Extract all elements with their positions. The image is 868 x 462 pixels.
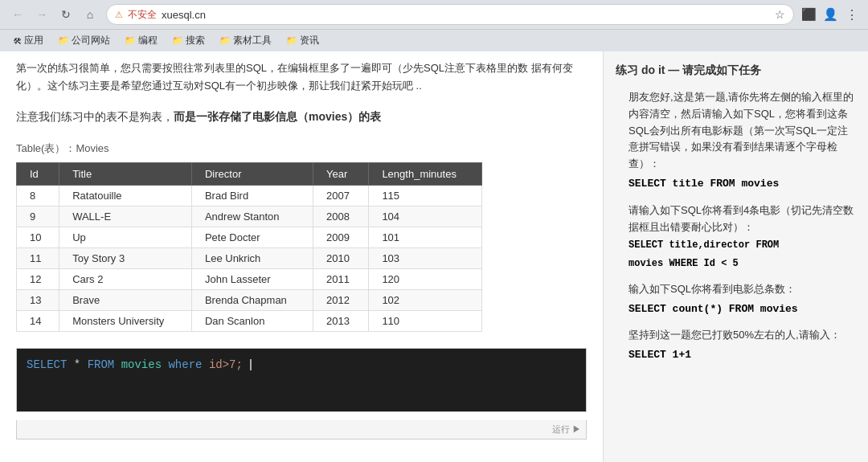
sidebar-title: 练习 do it — 请完成如下任务 — [616, 63, 856, 78]
folder-icon-5: 📁 — [286, 35, 297, 46]
table-row: 11Toy Story 3Lee Unkrich2010103 — [17, 247, 482, 268]
menu-icon[interactable]: ⋮ — [842, 5, 862, 24]
bookmark-news[interactable]: 📁 资讯 — [280, 32, 326, 49]
table-cell-id: 12 — [17, 268, 59, 289]
reload-button[interactable]: ↻ — [55, 3, 77, 26]
table-cell-title: Monsters University — [59, 310, 192, 331]
intro-text: 第一次的练习很简单，您只需要按照往常列表里的SQL，在编辑框里多了一遍即可（少先… — [16, 51, 587, 101]
folder-icon-1: 📁 — [58, 35, 69, 46]
table-cell-director: Lee Unkrich — [191, 247, 313, 268]
bookmark-coding[interactable]: 📁 编程 — [118, 32, 164, 49]
browser-icons: ⬛ 👤 ⋮ — [799, 5, 862, 24]
browser-toolbar: ← → ↻ ⌂ ⚠ 不安全 xuesql.cn ☆ ⬛ 👤 ⋮ — [0, 0, 868, 29]
bookmark-tools[interactable]: 📁 素材工具 — [213, 32, 278, 49]
note-text: 注意我们练习中的表不是狗表，而是一张存储了电影信息（movies）的表 — [16, 101, 587, 133]
extensions-icon[interactable]: ⬛ — [799, 5, 818, 24]
table-row: 13BraveBrenda Chapman2012102 — [17, 289, 482, 310]
bookmark-company[interactable]: 📁 公司网站 — [51, 32, 117, 49]
main-content: 第一次的练习很简单，您只需要按照往常列表里的SQL，在编辑框里多了一遍即可（少先… — [0, 51, 603, 462]
table-cell-length: 101 — [369, 227, 482, 247]
bookmark-news-label: 资讯 — [300, 34, 319, 47]
exercise-2-sql-line1: SELECT title,director FROM — [628, 238, 856, 253]
table-cell-id: 11 — [17, 247, 59, 268]
bookmark-coding-label: 编程 — [138, 34, 158, 47]
sql-code: SELECT * FROM movies where id>7; — [27, 358, 576, 371]
exercise-1-text: 朋友您好,这是第一题,请你先将左侧的输入框里的内容清空，然后请输入如下SQL，您… — [628, 91, 854, 170]
security-warning: 不安全 — [128, 8, 157, 22]
sql-where-keyword: where — [168, 358, 202, 371]
table-row: 8RatatouilleBrad Bird2007115 — [17, 185, 482, 206]
table-cell-director: Andrew Stanton — [191, 206, 313, 227]
table-cell-director: Dan Scanlon — [191, 310, 313, 331]
exercise-item-1: 朋友您好,这是第一题,请你先将左侧的输入框里的内容清空，然后请输入如下SQL，您… — [628, 89, 856, 193]
exercise-list: 朋友您好,这是第一题,请你先将左侧的输入框里的内容清空，然后请输入如下SQL，您… — [616, 89, 856, 364]
bookmark-apps[interactable]: 🛠 应用 — [6, 32, 50, 49]
note-bold: 而是一张存储了电影信息（movies）的表 — [174, 110, 381, 123]
col-header-year: Year — [313, 162, 369, 185]
table-cell-year: 2010 — [313, 247, 369, 268]
table-cell-title: Toy Story 3 — [59, 247, 192, 268]
url-text: xuesql.cn — [162, 9, 770, 21]
sql-select-keyword: SELECT — [27, 358, 67, 371]
lock-icon: ⚠ — [115, 10, 123, 20]
table-cell-year: 2011 — [313, 268, 369, 289]
sql-cursor — [250, 359, 252, 370]
bookmark-company-label: 公司网站 — [72, 34, 110, 47]
exercise-item-3: 输入如下SQL你将看到电影总条数： SELECT count(*) FROM m… — [628, 281, 856, 318]
table-label: Table(表）：Movies — [16, 141, 587, 156]
back-button[interactable]: ← — [6, 3, 29, 26]
nav-buttons: ← → ↻ ⌂ — [6, 3, 101, 26]
table-cell-title: Cars 2 — [59, 268, 192, 289]
address-bar[interactable]: ⚠ 不安全 xuesql.cn ☆ — [106, 4, 794, 25]
bookmark-apps-label: 应用 — [24, 34, 43, 47]
exercise-1-sql: SELECT title FROM movies — [628, 176, 856, 193]
sql-condition: id>7; — [209, 358, 243, 371]
table-cell-year: 2007 — [313, 185, 369, 206]
table-cell-id: 14 — [17, 310, 59, 331]
table-cell-length: 110 — [369, 310, 482, 331]
apps-icon: 🛠 — [13, 36, 22, 46]
forward-button[interactable]: → — [31, 3, 53, 26]
bookmark-search[interactable]: 📁 搜索 — [166, 32, 211, 49]
exercise-3-text: 输入如下SQL你将看到电影总条数： — [628, 283, 796, 295]
table-cell-director: John Lasseter — [191, 268, 313, 289]
profile-icon[interactable]: 👤 — [821, 5, 840, 24]
table-cell-year: 2008 — [313, 206, 369, 227]
note-plain: 注意我们练习中的表不是狗表， — [16, 110, 174, 123]
editor-footer: 运行 ▶ — [16, 420, 587, 440]
table-row: 14Monsters UniversityDan Scanlon2013110 — [17, 310, 482, 331]
folder-icon-3: 📁 — [172, 35, 183, 46]
table-cell-director: Pete Docter — [191, 227, 313, 247]
col-header-title: Title — [59, 162, 192, 185]
table-cell-title: WALL-E — [59, 206, 192, 227]
folder-icon-2: 📁 — [125, 35, 136, 46]
bookmark-search-label: 搜索 — [186, 34, 205, 47]
table-cell-length: 103 — [369, 247, 482, 268]
sql-table-name: movies — [121, 358, 169, 371]
sql-editor[interactable]: SELECT * FROM movies where id>7; — [16, 348, 587, 412]
table-cell-length: 102 — [369, 289, 482, 310]
data-table: Id Title Director Year Length_minutes 8R… — [16, 162, 482, 332]
bookmark-tools-label: 素材工具 — [233, 34, 272, 47]
table-cell-id: 10 — [17, 227, 59, 247]
table-row: 10UpPete Docter2009101 — [17, 227, 482, 247]
table-cell-title: Ratatouille — [59, 185, 192, 206]
footer-run-text[interactable]: 运行 ▶ — [552, 423, 581, 435]
bookmark-star-icon[interactable]: ☆ — [775, 8, 785, 21]
exercise-4-sql: SELECT 1+1 — [628, 347, 856, 364]
home-button[interactable]: ⌂ — [79, 3, 101, 26]
sql-from-keyword: FROM — [88, 358, 115, 371]
bookmarks-bar: 🛠 应用 📁 公司网站 📁 编程 📁 搜索 📁 素材工具 📁 资讯 — [0, 29, 868, 51]
table-cell-length: 115 — [369, 185, 482, 206]
exercise-item-4: 坚持到这一题您已打败50%左右的人,请输入： SELECT 1+1 — [628, 327, 856, 364]
exercise-3-sql: SELECT count(*) FROM movies — [628, 301, 856, 318]
table-cell-director: Brad Bird — [191, 185, 313, 206]
browser-chrome: ← → ↻ ⌂ ⚠ 不安全 xuesql.cn ☆ ⬛ 👤 ⋮ 🛠 应用 📁 公… — [0, 0, 868, 51]
table-cell-year: 2013 — [313, 310, 369, 331]
table-row: 9WALL-EAndrew Stanton2008104 — [17, 206, 482, 227]
table-cell-year: 2009 — [313, 227, 369, 247]
exercise-4-text: 坚持到这一题您已打败50%左右的人,请输入： — [628, 329, 841, 341]
table-cell-length: 104 — [369, 206, 482, 227]
table-cell-director: Brenda Chapman — [191, 289, 313, 310]
col-header-length: Length_minutes — [369, 162, 482, 185]
